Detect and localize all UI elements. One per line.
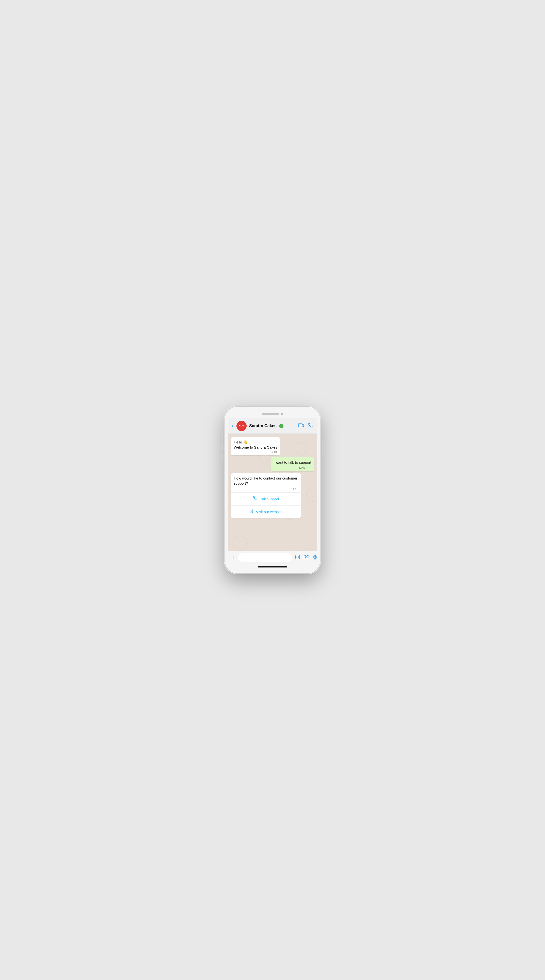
- camera-icon[interactable]: [304, 554, 309, 561]
- call-support-label: Call support: [260, 497, 279, 501]
- power-button: [322, 441, 323, 455]
- input-bar: +: [228, 550, 317, 564]
- message-text: Hello 👋 Welcome to Sandra Cakes: [234, 439, 277, 450]
- verified-badge: ✓: [279, 424, 284, 428]
- sticker-icon[interactable]: [295, 554, 300, 561]
- chat-header: ‹ SC Sandra Cakes ✓: [228, 418, 317, 434]
- message-time: 12:01: [234, 450, 277, 453]
- chat-body: Hello 👋 Welcome to Sandra Cakes 12:01 I …: [228, 434, 317, 550]
- phone-screen: ‹ SC Sandra Cakes ✓: [228, 410, 317, 570]
- microphone-icon[interactable]: [312, 554, 317, 561]
- bot-message-time: 12:01: [231, 488, 301, 492]
- phone-top-notch: [228, 410, 317, 418]
- back-button[interactable]: ‹: [232, 423, 234, 429]
- visit-website-button[interactable]: Visit our website: [231, 505, 301, 518]
- message-sent-1: I want to talk to support 12:01 ✓✓: [271, 457, 314, 471]
- phone-frame: ‹ SC Sandra Cakes ✓: [225, 407, 320, 573]
- notch-pill: [262, 413, 279, 415]
- add-attachment-button[interactable]: +: [231, 555, 235, 561]
- message-text: I want to talk to support: [274, 460, 311, 465]
- read-ticks: ✓✓: [306, 466, 311, 469]
- message-time: 12:01 ✓✓: [274, 466, 311, 469]
- volume-buttons: [222, 431, 223, 461]
- svg-rect-1: [296, 555, 300, 559]
- contact-info: Sandra Cakes ✓: [249, 423, 296, 428]
- home-bar-area: [228, 564, 317, 570]
- svg-point-4: [306, 556, 308, 558]
- input-actions: [295, 554, 317, 561]
- phone-call-icon[interactable]: [308, 423, 313, 430]
- message-received-1: Hello 👋 Welcome to Sandra Cakes 12:01: [231, 437, 280, 455]
- contact-name: Sandra Cakes: [249, 423, 276, 428]
- home-bar: [258, 566, 287, 568]
- avatar: SC: [236, 421, 247, 431]
- call-support-button[interactable]: Call support: [231, 492, 301, 505]
- svg-point-2: [296, 556, 297, 557]
- header-actions: [298, 423, 313, 430]
- message-input[interactable]: [238, 554, 292, 562]
- svg-point-3: [298, 556, 299, 557]
- bot-message-text: How would like to contact our customer s…: [231, 473, 301, 488]
- front-camera: [281, 413, 283, 415]
- visit-website-label: Visit our website: [256, 510, 282, 514]
- link-icon: [249, 509, 254, 515]
- phone-icon: [253, 496, 258, 502]
- svg-rect-0: [298, 424, 302, 427]
- video-call-icon[interactable]: [298, 423, 304, 429]
- bot-card: How would like to contact our customer s…: [231, 473, 301, 518]
